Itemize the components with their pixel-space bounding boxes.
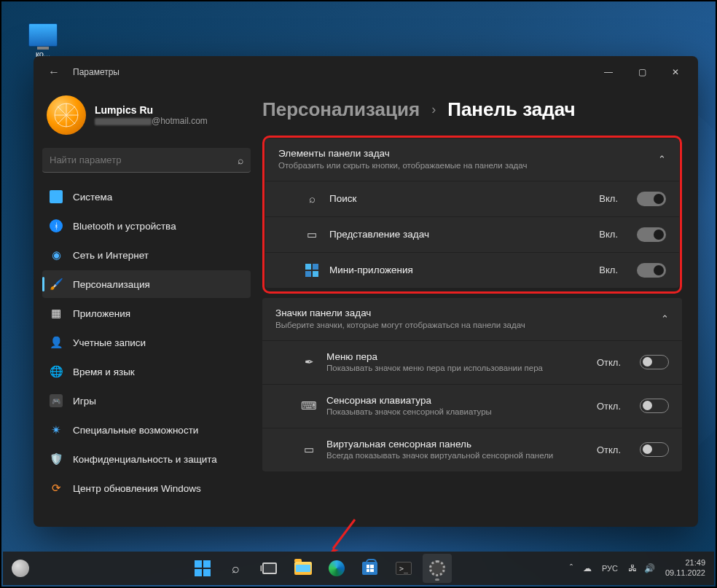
taskview-icon [262, 562, 277, 574]
setting-row-widgets: Мини-приложения Вкл. [265, 252, 679, 288]
setting-label: Мини-приложения [329, 264, 589, 275]
taskbar-search-button[interactable]: ⌕ [222, 554, 251, 583]
toggle-state-label: Вкл. [599, 264, 618, 275]
sidebar-item-label: Игры [73, 396, 96, 407]
section-title: Значки панели задач [275, 307, 654, 318]
annotation-highlight: Элементы панели задач Отобразить или скр… [262, 136, 682, 294]
volume-icon[interactable]: 🔊 [644, 563, 655, 573]
toggle-switch[interactable] [637, 263, 666, 278]
globe-icon: 🌐 [50, 365, 63, 378]
chevron-up-icon: ⌃ [658, 154, 666, 165]
minimize-button[interactable]: — [592, 60, 625, 84]
taskbar-terminal-button[interactable]: >_ [389, 554, 418, 583]
pen-icon: ✒ [302, 356, 316, 369]
sidebar-item-accessibility[interactable]: ✴Специальные возможности [42, 416, 251, 444]
sidebar-item-bluetooth[interactable]: ᚼBluetooth и устройства [42, 212, 251, 240]
sidebar-item-label: Персонализация [73, 279, 150, 290]
taskbar-explorer-button[interactable] [289, 554, 318, 583]
gamepad-icon: 🎮 [50, 394, 63, 407]
setting-row-touchpad: ▭ Виртуальная сенсорная панель Всегда по… [262, 428, 682, 471]
titlebar: ← Параметры — ▢ ✕ [34, 56, 698, 88]
sidebar-item-gaming[interactable]: 🎮Игры [42, 387, 251, 415]
network-icon[interactable]: 🖧 [628, 563, 637, 573]
sidebar-item-label: Сеть и Интернет [73, 250, 149, 261]
account-name: Lumpics Ru [95, 104, 208, 116]
breadcrumb-parent[interactable]: Персонализация [262, 98, 420, 121]
sidebar-item-accounts[interactable]: 👤Учетные записи [42, 329, 251, 356]
section-desc: Отобразить или скрыть кнопки, отображаем… [278, 160, 651, 171]
section-header[interactable]: Значки панели задач Выберите значки, кот… [262, 298, 682, 340]
toggle-switch[interactable] [640, 399, 669, 413]
terminal-icon: >_ [396, 562, 412, 575]
update-icon: ⟳ [50, 482, 63, 495]
section-header[interactable]: Элементы панели задач Отобразить или скр… [265, 138, 679, 181]
sidebar-item-network[interactable]: ◉Сеть и Интернет [42, 241, 251, 269]
sidebar: Lumpics Ru @hotmail.com ⌕ Система ᚼBluet… [34, 88, 259, 527]
clock[interactable]: 21:49 09.11.2022 [665, 558, 705, 579]
chevron-up-icon: ⌃ [661, 313, 669, 324]
shield-icon: 🛡️ [50, 452, 63, 466]
account-email: @hotmail.com [95, 116, 208, 126]
touchpad-icon: ▭ [302, 443, 316, 456]
toggle-state-label: Откл. [597, 401, 621, 412]
tray-onedrive-icon[interactable]: ☁ [579, 562, 596, 575]
sidebar-item-personalization[interactable]: 🖌️Персонализация [42, 270, 251, 298]
toggle-state-label: Откл. [597, 444, 621, 455]
toggle-state-label: Вкл. [599, 193, 618, 204]
taskbar-settings-button[interactable] [423, 554, 452, 583]
setting-row-search: ⌕ Поиск Вкл. [265, 181, 679, 216]
taskbar-store-button[interactable] [356, 554, 385, 583]
section-taskbar-items: Элементы панели задач Отобразить или скр… [265, 138, 679, 288]
toggle-switch[interactable] [637, 227, 666, 242]
setting-label: Представление задач [329, 229, 589, 240]
content-pane: Персонализация › Панель задач Элементы п… [259, 88, 698, 527]
account-block[interactable]: Lumpics Ru @hotmail.com [42, 93, 251, 145]
setting-label: Виртуальная сенсорная панель [326, 439, 587, 450]
window-title: Параметры [73, 67, 120, 77]
settings-window: ← Параметры — ▢ ✕ Lumpics Ru @hotmail.co… [34, 56, 698, 527]
toggle-switch[interactable] [640, 442, 669, 457]
monitor-icon [28, 23, 58, 47]
windows-logo-icon [195, 560, 211, 576]
maximize-button[interactable]: ▢ [625, 60, 659, 84]
language-indicator[interactable]: РУС [602, 564, 618, 573]
taskbar-taskview-button[interactable] [255, 554, 284, 583]
brush-icon: 🖌️ [50, 278, 63, 291]
desktop-icon-pc[interactable]: ко... [17, 23, 68, 58]
back-button[interactable]: ← [44, 62, 64, 82]
setting-row-taskview: ▭ Представление задач Вкл. [265, 216, 679, 252]
section-taskbar-icons: Значки панели задач Выберите значки, кот… [262, 298, 682, 471]
search-box[interactable]: ⌕ [42, 148, 251, 173]
chevron-right-icon: › [431, 102, 436, 117]
tray-chevron-icon[interactable]: ˆ [570, 563, 573, 573]
sidebar-item-label: Учетные записи [73, 337, 146, 348]
sidebar-item-apps[interactable]: ▦Приложения [42, 299, 251, 327]
start-button[interactable] [188, 554, 217, 583]
toggle-switch[interactable] [640, 355, 669, 369]
apps-icon: ▦ [50, 307, 63, 320]
avatar [47, 95, 86, 135]
taskview-icon: ▭ [305, 228, 319, 241]
setting-desc: Всегда показывать значок виртуальной сен… [326, 450, 587, 461]
sidebar-item-time[interactable]: 🌐Время и язык [42, 358, 251, 385]
setting-row-pen: ✒ Меню пера Показывать значок меню пера … [262, 340, 682, 384]
setting-row-touch-keyboard: ⌨ Сенсорная клавиатура Показывать значок… [262, 384, 682, 428]
sidebar-item-system[interactable]: Система [42, 183, 251, 211]
toggle-switch[interactable] [637, 192, 666, 206]
accessibility-icon: ✴ [50, 423, 63, 436]
sidebar-item-label: Конфиденциальность и защита [73, 454, 217, 465]
sidebar-item-privacy[interactable]: 🛡️Конфиденциальность и защита [42, 445, 251, 473]
search-input[interactable] [50, 154, 238, 165]
taskbar-edge-button[interactable] [322, 554, 351, 583]
clock-time: 21:49 [665, 558, 705, 568]
search-icon: ⌕ [238, 154, 243, 166]
weather-widget-icon[interactable] [12, 560, 29, 577]
taskbar: ⌕ >_ ˆ ☁ РУС 🖧 🔊 21:49 09.11.2022 [3, 552, 714, 585]
gear-icon [429, 560, 445, 576]
toggle-state-label: Вкл. [599, 229, 618, 240]
close-button[interactable]: ✕ [659, 60, 692, 84]
sidebar-item-update[interactable]: ⟳Центр обновления Windows [42, 474, 251, 502]
setting-label: Поиск [329, 193, 589, 204]
sidebar-item-label: Специальные возможности [73, 425, 198, 436]
bluetooth-icon: ᚼ [50, 219, 63, 232]
